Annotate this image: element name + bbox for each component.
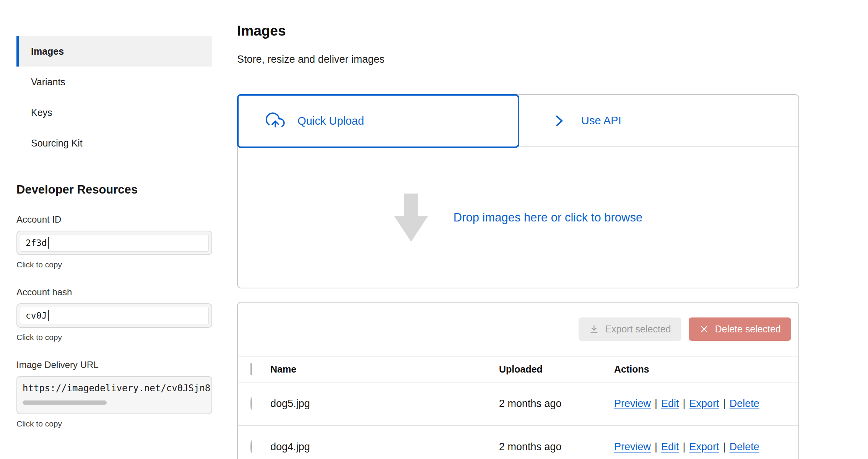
column-header-name: Name (270, 364, 499, 375)
delivery-url-label: Image Delivery URL (16, 360, 212, 370)
x-icon (699, 324, 709, 334)
table-header-row: Name Uploaded Actions (238, 356, 798, 382)
sidebar: Images Variants Keys Sourcing Kit Develo… (16, 36, 212, 428)
file-name: dog5.jpg (270, 398, 499, 410)
upload-tab-row: Quick Upload Use API (238, 95, 798, 147)
delete-link[interactable]: Delete (730, 398, 759, 409)
account-id-field: Account ID 2f3d Click to copy (16, 214, 212, 269)
sidebar-item-sourcing-kit[interactable]: Sourcing Kit (16, 128, 212, 158)
row-actions: Preview|Edit|Export|Delete (614, 398, 798, 410)
images-table-card: Export selected Delete selected Name Upl… (237, 302, 799, 459)
preview-link[interactable]: Preview (614, 398, 651, 409)
account-hash-field: Account hash cv0J Click to copy (16, 287, 212, 342)
column-header-uploaded: Uploaded (499, 364, 614, 375)
upload-card: Quick Upload Use API Drop images here or… (237, 94, 799, 288)
delivery-url-value: https://imagedelivery.net/cv0JSjn8 (23, 383, 211, 394)
account-id-copy-hint: Click to copy (16, 260, 212, 269)
edit-link[interactable]: Edit (661, 398, 679, 409)
account-hash-copy-box[interactable]: cv0J (16, 303, 212, 328)
download-icon (589, 324, 599, 334)
row-actions: Preview|Edit|Export|Delete (614, 441, 798, 453)
row-checkbox[interactable] (250, 397, 252, 410)
sidebar-item-keys[interactable]: Keys (16, 97, 212, 128)
export-link[interactable]: Export (689, 441, 719, 452)
image-dropzone[interactable]: Drop images here or click to browse (238, 147, 798, 288)
export-link[interactable]: Export (689, 398, 719, 409)
account-id-input[interactable]: 2f3d (20, 234, 209, 252)
cloud-upload-icon (265, 112, 286, 131)
sidebar-item-label: Keys (31, 107, 52, 118)
delete-link[interactable]: Delete (730, 441, 759, 452)
account-hash-label: Account hash (16, 287, 212, 298)
export-selected-label: Export selected (605, 324, 671, 335)
account-id-copy-box[interactable]: 2f3d (16, 231, 212, 255)
delivery-url-copy-hint: Click to copy (16, 419, 212, 428)
account-id-label: Account ID (16, 214, 212, 225)
action-separator: | (723, 441, 726, 452)
account-hash-input[interactable]: cv0J (20, 307, 209, 324)
uploaded-time: 2 months ago (499, 441, 614, 453)
action-separator: | (655, 441, 657, 452)
horizontal-scrollbar-thumb[interactable] (23, 400, 107, 405)
table-row: dog5.jpg 2 months ago Preview|Edit|Expor… (238, 382, 798, 425)
sidebar-item-label: Images (31, 46, 64, 57)
action-separator: | (655, 398, 657, 409)
sidebar-item-label: Variants (31, 76, 65, 88)
table-row: dog4.jpg 2 months ago Preview|Edit|Expor… (238, 425, 798, 459)
text-cursor (48, 310, 49, 321)
tab-use-api[interactable]: Use API (521, 95, 798, 146)
chevron-right-icon (552, 112, 566, 129)
select-all-checkbox[interactable] (250, 363, 252, 375)
edit-link[interactable]: Edit (661, 441, 679, 452)
text-cursor (48, 237, 49, 249)
export-selected-button[interactable]: Export selected (579, 317, 681, 341)
account-hash-value: cv0J (26, 311, 47, 321)
tab-quick-upload-label: Quick Upload (297, 115, 364, 127)
uploaded-time: 2 months ago (499, 398, 614, 410)
delivery-url-field: Image Delivery URL https://imagedelivery… (16, 360, 212, 428)
delivery-url-copy-box[interactable]: https://imagedelivery.net/cv0JSjn8 (16, 376, 212, 414)
arrow-down-icon (394, 194, 428, 242)
delete-selected-button[interactable]: Delete selected (689, 317, 791, 341)
page-title: Images (237, 23, 286, 39)
developer-resources-heading: Developer Resources (16, 183, 212, 197)
dropzone-text: Drop images here or click to browse (454, 211, 642, 225)
tab-quick-upload[interactable]: Quick Upload (237, 94, 519, 148)
action-separator: | (683, 398, 686, 409)
preview-link[interactable]: Preview (614, 441, 651, 452)
sidebar-item-variants[interactable]: Variants (16, 67, 212, 97)
action-separator: | (723, 398, 726, 409)
column-header-actions: Actions (614, 364, 798, 375)
account-id-value: 2f3d (26, 238, 47, 248)
account-hash-copy-hint: Click to copy (16, 333, 212, 342)
file-name: dog4.jpg (270, 441, 499, 453)
sidebar-item-images[interactable]: Images (16, 36, 212, 67)
page-subtitle: Store, resize and deliver images (237, 54, 385, 65)
sidebar-item-label: Sourcing Kit (31, 138, 83, 149)
row-checkbox[interactable] (250, 440, 252, 453)
action-separator: | (683, 441, 686, 452)
tab-use-api-label: Use API (581, 114, 621, 127)
table-toolbar: Export selected Delete selected (238, 303, 798, 356)
delete-selected-label: Delete selected (715, 324, 781, 335)
sidebar-nav: Images Variants Keys Sourcing Kit (16, 36, 212, 158)
